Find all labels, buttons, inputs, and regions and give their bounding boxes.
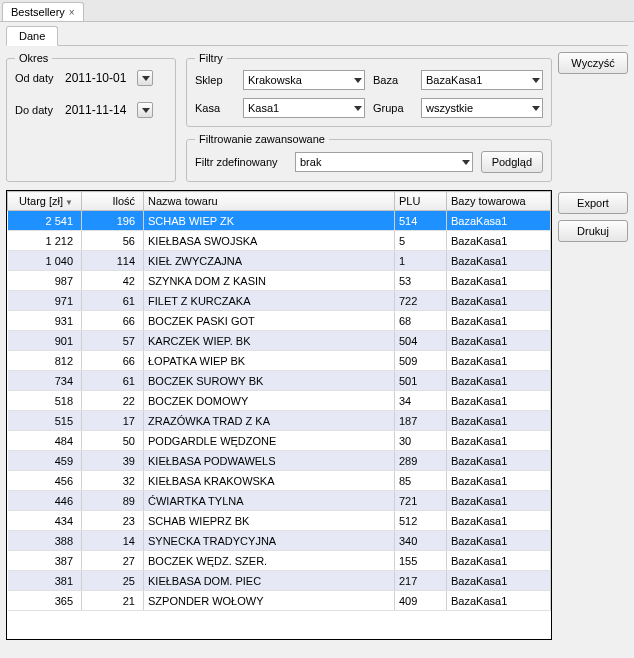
table-row[interactable]: 44689ĆWIARTKA TYLNA721BazaKasa1: [8, 491, 551, 511]
cell-plu: 34: [395, 391, 447, 411]
cell-nazwa: KIEŁBASA PODWAWELS: [144, 451, 395, 471]
cell-bazy: BazaKasa1: [447, 431, 551, 451]
cell-plu: 512: [395, 511, 447, 531]
cell-plu: 501: [395, 371, 447, 391]
table-row[interactable]: 43423SCHAB WIEPRZ BK512BazaKasa1: [8, 511, 551, 531]
od-daty-label: Od daty: [15, 72, 65, 84]
col-header-nazwa[interactable]: Nazwa towaru: [144, 192, 395, 211]
cell-utarg: 365: [8, 591, 82, 611]
cell-nazwa: ZRAZÓWKA TRAD Z KA: [144, 411, 395, 431]
grupa-combo[interactable]: wszystkie: [421, 98, 543, 118]
close-icon[interactable]: ×: [69, 7, 75, 18]
sklep-combo[interactable]: Krakowska: [243, 70, 365, 90]
cell-plu: 30: [395, 431, 447, 451]
cell-bazy: BazaKasa1: [447, 391, 551, 411]
cell-plu: 409: [395, 591, 447, 611]
cell-utarg: 987: [8, 271, 82, 291]
od-daty-value[interactable]: 2011-10-01: [65, 71, 133, 85]
cell-nazwa: BOCZEK SUROWY BK: [144, 371, 395, 391]
cell-bazy: BazaKasa1: [447, 291, 551, 311]
table-row[interactable]: 38727BOCZEK WĘDZ. SZER.155BazaKasa1: [8, 551, 551, 571]
cell-nazwa: SCHAB WIEP ZK: [144, 211, 395, 231]
chevron-down-icon: [354, 78, 362, 83]
results-table-scroll[interactable]: Utarg [zł]▼ Ilość Nazwa towaru PLU Bazy …: [7, 191, 551, 639]
cell-utarg: 515: [8, 411, 82, 431]
cell-ilosc: 14: [82, 531, 144, 551]
table-row[interactable]: 90157KARCZEK WIEP. BK504BazaKasa1: [8, 331, 551, 351]
kasa-combo[interactable]: Kasa1: [243, 98, 365, 118]
cell-utarg: 456: [8, 471, 82, 491]
cell-ilosc: 61: [82, 371, 144, 391]
table-row[interactable]: 38814SYNECKA TRADYCYJNA340BazaKasa1: [8, 531, 551, 551]
cell-ilosc: 89: [82, 491, 144, 511]
cell-ilosc: 27: [82, 551, 144, 571]
file-tab-bestsellery[interactable]: Bestsellery ×: [2, 2, 84, 21]
cell-bazy: BazaKasa1: [447, 411, 551, 431]
filtr-zdef-label: Filtr zdefinowany: [195, 156, 287, 168]
table-row[interactable]: 36521SZPONDER WOŁOWY409BazaKasa1: [8, 591, 551, 611]
table-row[interactable]: 51517ZRAZÓWKA TRAD Z KA187BazaKasa1: [8, 411, 551, 431]
cell-plu: 1: [395, 251, 447, 271]
do-daty-label: Do daty: [15, 104, 65, 116]
drukuj-button[interactable]: Drukuj: [558, 220, 628, 242]
cell-plu: 340: [395, 531, 447, 551]
cell-ilosc: 39: [82, 451, 144, 471]
filtr-zdef-combo[interactable]: brak: [295, 152, 473, 172]
table-row[interactable]: 1 21256KIEŁBASA SWOJSKA5BazaKasa1: [8, 231, 551, 251]
cell-bazy: BazaKasa1: [447, 331, 551, 351]
sklep-label: Sklep: [195, 74, 235, 86]
table-row[interactable]: 73461BOCZEK SUROWY BK501BazaKasa1: [8, 371, 551, 391]
chevron-down-icon: [532, 106, 540, 111]
cell-nazwa: KIEŁBASA DOM. PIEC: [144, 571, 395, 591]
do-daty-dropdown[interactable]: [137, 102, 153, 118]
cell-nazwa: KARCZEK WIEP. BK: [144, 331, 395, 351]
table-row[interactable]: 81266ŁOPATKA WIEP BK509BazaKasa1: [8, 351, 551, 371]
adv-filter-group: Filtrowanie zawansowane Filtr zdefinowan…: [186, 133, 552, 182]
table-row[interactable]: 45939KIEŁBASA PODWAWELS289BazaKasa1: [8, 451, 551, 471]
table-row[interactable]: 48450PODGARDLE WĘDZONE30BazaKasa1: [8, 431, 551, 451]
chevron-down-icon: [532, 78, 540, 83]
cell-plu: 509: [395, 351, 447, 371]
cell-utarg: 381: [8, 571, 82, 591]
cell-ilosc: 57: [82, 331, 144, 351]
cell-bazy: BazaKasa1: [447, 551, 551, 571]
sklep-value: Krakowska: [248, 74, 302, 86]
cell-utarg: 446: [8, 491, 82, 511]
table-row[interactable]: 51822BOCZEK DOMOWY34BazaKasa1: [8, 391, 551, 411]
wyczysc-button[interactable]: Wyczyść: [558, 52, 628, 74]
col-header-plu[interactable]: PLU: [395, 192, 447, 211]
cell-utarg: 387: [8, 551, 82, 571]
baza-label: Baza: [373, 74, 413, 86]
cell-ilosc: 66: [82, 311, 144, 331]
table-row[interactable]: 45632KIEŁBASA KRAKOWSKA85BazaKasa1: [8, 471, 551, 491]
cell-utarg: 459: [8, 451, 82, 471]
cell-plu: 504: [395, 331, 447, 351]
tab-dane[interactable]: Dane: [6, 26, 58, 46]
table-row[interactable]: 1 040114KIEŁ ZWYCZAJNA1BazaKasa1: [8, 251, 551, 271]
cell-utarg: 734: [8, 371, 82, 391]
do-daty-value[interactable]: 2011-11-14: [65, 103, 133, 117]
cell-nazwa: ŁOPATKA WIEP BK: [144, 351, 395, 371]
table-row[interactable]: 98742SZYNKA DOM Z KASIN53BazaKasa1: [8, 271, 551, 291]
cell-plu: 68: [395, 311, 447, 331]
table-row[interactable]: 97161FILET Z KURCZAKA722BazaKasa1: [8, 291, 551, 311]
cell-nazwa: FILET Z KURCZAKA: [144, 291, 395, 311]
cell-ilosc: 23: [82, 511, 144, 531]
table-row[interactable]: 93166BOCZEK PASKI GOT68BazaKasa1: [8, 311, 551, 331]
cell-nazwa: BOCZEK DOMOWY: [144, 391, 395, 411]
col-header-bazy[interactable]: Bazy towarowa: [447, 192, 551, 211]
col-header-ilosc[interactable]: Ilość: [82, 192, 144, 211]
file-tab-label: Bestsellery: [11, 6, 65, 18]
baza-combo[interactable]: BazaKasa1: [421, 70, 543, 90]
table-row[interactable]: 2 541196SCHAB WIEP ZK514BazaKasa1: [8, 211, 551, 231]
cell-utarg: 931: [8, 311, 82, 331]
cell-bazy: BazaKasa1: [447, 371, 551, 391]
export-button[interactable]: Export: [558, 192, 628, 214]
col-header-utarg[interactable]: Utarg [zł]▼: [8, 192, 82, 211]
podglad-button[interactable]: Podgląd: [481, 151, 543, 173]
cell-plu: 722: [395, 291, 447, 311]
chevron-down-icon: [462, 160, 470, 165]
table-row[interactable]: 38125KIEŁBASA DOM. PIEC217BazaKasa1: [8, 571, 551, 591]
od-daty-dropdown[interactable]: [137, 70, 153, 86]
cell-plu: 217: [395, 571, 447, 591]
